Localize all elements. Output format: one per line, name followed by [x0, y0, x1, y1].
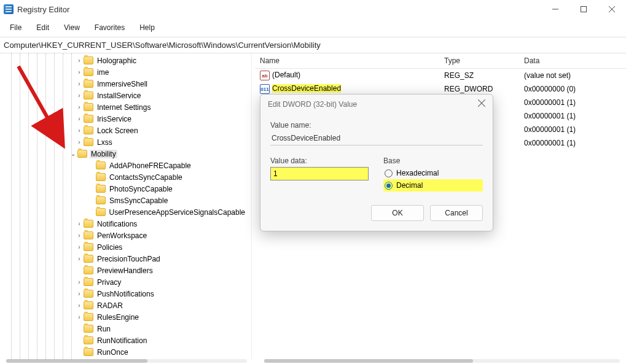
- tree-item[interactable]: ›PrecisionTouchPad: [2, 253, 251, 265]
- chevron-right-icon[interactable]: ›: [75, 69, 84, 76]
- folder-icon: [84, 126, 93, 134]
- folder-icon: [84, 138, 93, 146]
- tree-item-label: ImmersiveShell: [96, 80, 149, 88]
- menu-view[interactable]: View: [57, 21, 87, 34]
- tree-item[interactable]: ›Policies: [2, 241, 251, 253]
- tree-item-label: InstallService: [96, 91, 142, 100]
- tree-item[interactable]: ›Lxss: [2, 136, 251, 148]
- chevron-right-icon[interactable]: ›: [75, 127, 84, 134]
- folder-icon: [84, 115, 93, 123]
- tree-item[interactable]: Run: [2, 323, 251, 335]
- ok-button[interactable]: OK: [371, 205, 424, 221]
- chevron-right-icon[interactable]: ›: [75, 232, 84, 239]
- radio-hex-input[interactable]: [385, 169, 393, 177]
- radio-hex-label: Hexadecimal: [396, 169, 439, 177]
- address-bar[interactable]: Computer\HKEY_CURRENT_USER\Software\Micr…: [0, 37, 626, 53]
- tree-item[interactable]: ›ImmersiveShell: [2, 78, 251, 90]
- tree-item[interactable]: SmsSyncCapable: [2, 195, 251, 206]
- tree-item[interactable]: ›InstallService: [2, 90, 251, 101]
- svg-rect-0: [581, 7, 587, 12]
- tree-item-label: Notifications: [96, 220, 138, 228]
- dialog-close-button[interactable]: [478, 99, 485, 109]
- value-data-input[interactable]: [270, 167, 369, 180]
- table-row[interactable]: ab(Default)REG_SZ(value not set): [255, 69, 626, 82]
- chevron-right-icon[interactable]: ›: [75, 302, 84, 309]
- chevron-down-icon[interactable]: ⌄: [69, 150, 77, 157]
- header-name[interactable]: Name: [255, 53, 439, 68]
- folder-icon: [84, 103, 93, 111]
- folder-icon: [84, 313, 93, 321]
- chevron-right-icon[interactable]: ›: [75, 279, 84, 285]
- tree-item[interactable]: ›IrisService: [2, 113, 251, 125]
- radio-decimal[interactable]: Decimal: [383, 179, 483, 192]
- tree-item-label: RunNotification: [96, 336, 148, 345]
- cancel-button[interactable]: Cancel: [430, 205, 483, 221]
- header-type[interactable]: Type: [439, 53, 519, 68]
- tree-item[interactable]: ⌄Mobility: [2, 148, 251, 160]
- chevron-right-icon[interactable]: ›: [75, 139, 84, 145]
- chevron-right-icon[interactable]: ›: [75, 290, 84, 297]
- tree-item[interactable]: ›Notifications: [2, 218, 251, 230]
- tree-item-label: AddAPhoneFRECapable: [108, 161, 192, 170]
- tree-item[interactable]: ›Lock Screen: [2, 125, 251, 136]
- chevron-right-icon[interactable]: ›: [75, 104, 84, 110]
- tree-item[interactable]: ›Holographic: [2, 55, 251, 66]
- tree-item[interactable]: ›RADAR: [2, 300, 251, 311]
- list-scrollbar[interactable]: [264, 359, 620, 363]
- close-button[interactable]: [598, 0, 626, 18]
- tree-item[interactable]: RunNotification: [2, 335, 251, 346]
- tree-item-label: Privacy: [96, 278, 122, 287]
- tree-item[interactable]: ›Privacy: [2, 276, 251, 288]
- tree-item[interactable]: ›ime: [2, 66, 251, 78]
- chevron-right-icon[interactable]: ›: [75, 314, 84, 320]
- tree-item-label: PenWorkspace: [96, 231, 148, 240]
- folder-icon: [84, 68, 93, 76]
- tree-item[interactable]: AddAPhoneFRECapable: [2, 160, 251, 171]
- folder-icon: [84, 91, 93, 99]
- radio-hexadecimal[interactable]: Hexadecimal: [383, 167, 483, 179]
- tree-pane[interactable]: ›Holographic›ime›ImmersiveShell›InstallS…: [0, 53, 252, 359]
- chevron-right-icon[interactable]: ›: [75, 57, 84, 64]
- tree-item[interactable]: ›PenWorkspace: [2, 230, 251, 241]
- tree-item[interactable]: ›Internet Settings: [2, 101, 251, 113]
- tree-item-label: Policies: [96, 243, 123, 252]
- folder-icon: [84, 348, 93, 356]
- menu-file[interactable]: File: [2, 21, 29, 34]
- tree-item-label: PreviewHandlers: [96, 266, 154, 275]
- minimize-button[interactable]: [541, 0, 569, 18]
- tree-item-label: UserPresenceAppServiceSignalsCapable: [108, 208, 246, 217]
- header-data[interactable]: Data: [519, 53, 626, 68]
- tree-item[interactable]: ›PushNotifications: [2, 288, 251, 300]
- folder-icon: [84, 243, 93, 251]
- radio-dec-input[interactable]: [385, 182, 393, 190]
- maximize-button[interactable]: [569, 0, 598, 18]
- regedit-icon: [4, 4, 14, 14]
- tree-item[interactable]: UserPresenceAppServiceSignalsCapable: [2, 206, 251, 218]
- tree-item-label: SmsSyncCapable: [108, 196, 169, 205]
- chevron-right-icon[interactable]: ›: [75, 255, 84, 262]
- tree-item-label: Holographic: [96, 56, 138, 65]
- chevron-right-icon[interactable]: ›: [75, 115, 84, 122]
- tree-item-label: Internet Settings: [96, 103, 152, 112]
- tree-item[interactable]: PhotoSyncCapable: [2, 183, 251, 195]
- tree-item-label: Lock Screen: [96, 126, 139, 135]
- chevron-right-icon[interactable]: ›: [75, 92, 84, 99]
- dialog-title: Edit DWORD (32-bit) Value: [268, 100, 357, 109]
- chevron-right-icon[interactable]: ›: [75, 220, 84, 227]
- folder-icon: [84, 325, 93, 333]
- value-name-field[interactable]: CrossDeviceEnabled: [270, 131, 483, 145]
- menu-help[interactable]: Help: [132, 21, 162, 34]
- tree-scrollbar[interactable]: [6, 359, 247, 363]
- menu-favorites[interactable]: Favorites: [87, 21, 132, 34]
- value-data: 0x00000001 (1): [519, 125, 626, 134]
- menu-edit[interactable]: Edit: [29, 21, 57, 34]
- tree-item-label: RunOnce: [96, 348, 130, 357]
- chevron-right-icon[interactable]: ›: [75, 80, 84, 87]
- value-name: CrossDeviceEnabled: [272, 84, 341, 93]
- tree-item[interactable]: RunOnce: [2, 346, 251, 358]
- window-title: Registry Editor: [17, 5, 541, 14]
- tree-item[interactable]: ›RulesEngine: [2, 311, 251, 323]
- tree-item[interactable]: PreviewHandlers: [2, 265, 251, 276]
- tree-item[interactable]: ContactsSyncCapable: [2, 171, 251, 183]
- chevron-right-icon[interactable]: ›: [75, 244, 84, 250]
